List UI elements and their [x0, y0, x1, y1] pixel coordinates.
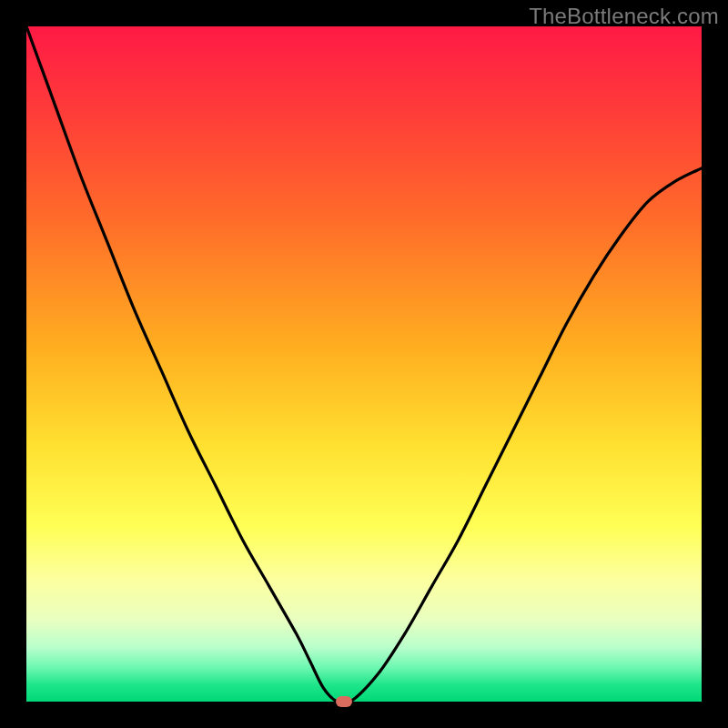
bottleneck-curve: [26, 26, 702, 702]
optimal-point-marker: [336, 696, 352, 707]
plot-area: [26, 26, 702, 702]
curve-path: [26, 26, 702, 702]
watermark-label: TheBottleneck.com: [529, 4, 719, 29]
chart-frame: TheBottleneck.com: [0, 0, 728, 728]
